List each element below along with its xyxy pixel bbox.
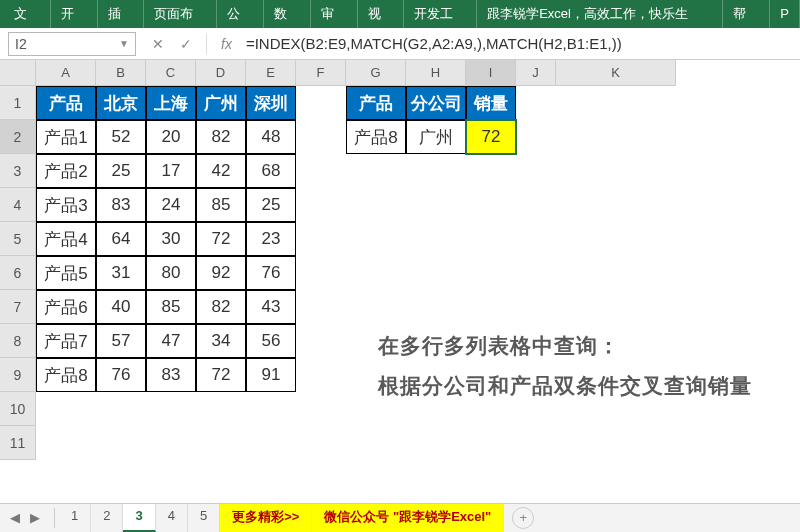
lookup-header-cell[interactable]: 销量 xyxy=(466,86,516,120)
sheet-tab[interactable]: 4 xyxy=(156,504,188,532)
ribbon-tab[interactable]: 视图 xyxy=(358,0,405,28)
table-header-cell[interactable]: 深圳 xyxy=(246,86,296,120)
ribbon-tab[interactable]: 数据 xyxy=(264,0,311,28)
ribbon-tab[interactable]: 帮助 xyxy=(723,0,770,28)
column-header[interactable]: C xyxy=(146,60,196,86)
table-cell[interactable]: 48 xyxy=(246,120,296,154)
ribbon-tab[interactable]: 公式 xyxy=(217,0,264,28)
table-cell[interactable]: 76 xyxy=(246,256,296,290)
table-cell[interactable]: 82 xyxy=(196,120,246,154)
table-cell[interactable]: 20 xyxy=(146,120,196,154)
sheet-nav-prev-icon[interactable]: ◀ xyxy=(6,509,24,527)
enter-formula-icon[interactable]: ✓ xyxy=(172,36,200,52)
column-header[interactable]: K xyxy=(556,60,676,86)
table-cell[interactable]: 34 xyxy=(196,324,246,358)
sheet-tab-promo[interactable]: 微信公众号 "跟李锐学Excel" xyxy=(312,504,504,532)
ribbon-tab[interactable]: 跟李锐学Excel，高效工作，快乐生活！ xyxy=(477,0,723,28)
table-cell[interactable]: 产品1 xyxy=(36,120,96,154)
name-box-dropdown-icon[interactable]: ▼ xyxy=(119,38,129,49)
table-cell[interactable]: 产品7 xyxy=(36,324,96,358)
row-header[interactable]: 10 xyxy=(0,392,36,426)
table-cell[interactable]: 56 xyxy=(246,324,296,358)
column-header[interactable]: G xyxy=(346,60,406,86)
sheet-tab-promo[interactable]: 更多精彩>> xyxy=(220,504,312,532)
lookup-cell[interactable]: 产品8 xyxy=(346,120,406,154)
column-header[interactable]: I xyxy=(466,60,516,86)
row-header[interactable]: 1 xyxy=(0,86,36,120)
sheet-tab[interactable]: 5 xyxy=(188,504,220,532)
table-header-cell[interactable]: 上海 xyxy=(146,86,196,120)
table-cell[interactable]: 92 xyxy=(196,256,246,290)
lookup-header-cell[interactable]: 分公司 xyxy=(406,86,466,120)
ribbon-tab[interactable]: 文件 xyxy=(0,0,51,28)
cancel-formula-icon[interactable]: ✕ xyxy=(144,36,172,52)
table-cell[interactable]: 产品3 xyxy=(36,188,96,222)
sheet-tab[interactable]: 2 xyxy=(91,504,123,532)
table-cell[interactable]: 产品8 xyxy=(36,358,96,392)
column-header[interactable]: J xyxy=(516,60,556,86)
table-cell[interactable]: 72 xyxy=(196,358,246,392)
lookup-cell[interactable]: 广州 xyxy=(406,120,466,154)
column-header[interactable]: A xyxy=(36,60,96,86)
table-cell[interactable]: 23 xyxy=(246,222,296,256)
column-header[interactable]: E xyxy=(246,60,296,86)
table-cell[interactable]: 85 xyxy=(196,188,246,222)
fx-icon[interactable]: fx xyxy=(213,36,240,52)
table-cell[interactable]: 产品6 xyxy=(36,290,96,324)
table-cell[interactable]: 64 xyxy=(96,222,146,256)
column-header[interactable]: H xyxy=(406,60,466,86)
column-header[interactable]: B xyxy=(96,60,146,86)
row-header[interactable]: 7 xyxy=(0,290,36,324)
table-cell[interactable]: 25 xyxy=(96,154,146,188)
column-header[interactable]: D xyxy=(196,60,246,86)
ribbon-tab[interactable]: 页面布局 xyxy=(144,0,217,28)
row-header[interactable]: 9 xyxy=(0,358,36,392)
table-cell[interactable]: 76 xyxy=(96,358,146,392)
ribbon-tab[interactable]: 开发工具 xyxy=(404,0,477,28)
row-header[interactable]: 4 xyxy=(0,188,36,222)
table-cell[interactable]: 40 xyxy=(96,290,146,324)
row-header[interactable]: 11 xyxy=(0,426,36,460)
table-cell[interactable]: 83 xyxy=(146,358,196,392)
table-cell[interactable]: 产品5 xyxy=(36,256,96,290)
table-cell[interactable]: 产品2 xyxy=(36,154,96,188)
table-cell[interactable]: 17 xyxy=(146,154,196,188)
ribbon-tab[interactable]: 开始 xyxy=(51,0,98,28)
ribbon-tab[interactable]: 插入 xyxy=(98,0,145,28)
table-cell[interactable]: 43 xyxy=(246,290,296,324)
table-cell[interactable]: 85 xyxy=(146,290,196,324)
table-cell[interactable]: 47 xyxy=(146,324,196,358)
table-cell[interactable]: 31 xyxy=(96,256,146,290)
row-header[interactable]: 8 xyxy=(0,324,36,358)
table-cell[interactable]: 30 xyxy=(146,222,196,256)
sheet-tab[interactable]: 3 xyxy=(123,504,155,532)
table-cell[interactable]: 68 xyxy=(246,154,296,188)
table-cell[interactable]: 57 xyxy=(96,324,146,358)
formula-bar[interactable]: =INDEX(B2:E9,MATCH(G2,A2:A9,),MATCH(H2,B… xyxy=(240,32,800,56)
table-cell[interactable]: 80 xyxy=(146,256,196,290)
table-cell[interactable]: 83 xyxy=(96,188,146,222)
lookup-header-cell[interactable]: 产品 xyxy=(346,86,406,120)
table-cell[interactable]: 产品4 xyxy=(36,222,96,256)
ribbon-tab[interactable]: P xyxy=(770,0,800,28)
table-header-cell[interactable]: 产品 xyxy=(36,86,96,120)
name-box[interactable]: I2 ▼ xyxy=(8,32,136,56)
sheet-tab[interactable]: 1 xyxy=(59,504,91,532)
column-header[interactable]: F xyxy=(296,60,346,86)
table-cell[interactable]: 24 xyxy=(146,188,196,222)
result-cell[interactable]: 72 xyxy=(466,120,516,154)
table-header-cell[interactable]: 北京 xyxy=(96,86,146,120)
sheet-nav-next-icon[interactable]: ▶ xyxy=(26,509,44,527)
row-header[interactable]: 2 xyxy=(0,120,36,154)
select-all-corner[interactable] xyxy=(0,60,36,86)
table-cell[interactable]: 42 xyxy=(196,154,246,188)
row-header[interactable]: 3 xyxy=(0,154,36,188)
table-cell[interactable]: 52 xyxy=(96,120,146,154)
table-cell[interactable]: 82 xyxy=(196,290,246,324)
table-cell[interactable]: 72 xyxy=(196,222,246,256)
table-cell[interactable]: 25 xyxy=(246,188,296,222)
add-sheet-button[interactable]: + xyxy=(512,507,534,529)
row-header[interactable]: 6 xyxy=(0,256,36,290)
ribbon-tab[interactable]: 审阅 xyxy=(311,0,358,28)
table-cell[interactable]: 91 xyxy=(246,358,296,392)
